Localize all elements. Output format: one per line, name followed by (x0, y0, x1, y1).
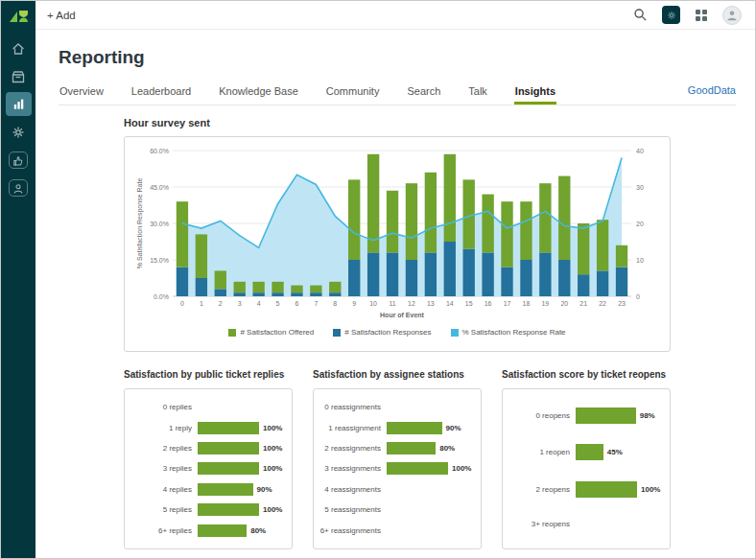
bar-row-label: 3 replies (130, 464, 192, 473)
person-icon (12, 182, 25, 196)
legend-label: # Satisfaction Offered (240, 328, 314, 337)
svg-text:17: 17 (504, 300, 511, 307)
legend-item[interactable]: # Satisfaction Responses (333, 328, 431, 337)
sidebar-item-profile[interactable] (1, 174, 35, 201)
bar-row: 3 reassignments100% (319, 462, 473, 475)
svg-text:0: 0 (636, 293, 640, 300)
bar-row: 2 replies100% (130, 442, 284, 454)
sidebar-item-settings[interactable] (1, 118, 35, 146)
tab-talk[interactable]: Talk (467, 81, 488, 105)
small-charts-row: Satisfaction by public ticket replies0 r… (124, 365, 671, 549)
bar-row-label: 1 reassignment (319, 424, 381, 432)
bar[interactable] (198, 462, 259, 475)
svg-text:30: 30 (636, 184, 644, 191)
main-chart-card: 0.0%15.0%30.0%45.0%60.0%0102030400123456… (124, 136, 671, 352)
svg-text:14: 14 (446, 300, 454, 307)
bar-row: 3 replies100% (130, 462, 284, 475)
sidebar-item-satisfaction[interactable] (1, 146, 35, 174)
svg-text:7: 7 (314, 300, 318, 307)
add-button[interactable]: + Add (47, 10, 76, 21)
avatar-person-icon (725, 9, 739, 22)
bar-row-label: 0 replies (130, 403, 192, 411)
sidebar-item-queue[interactable] (1, 62, 35, 90)
bar[interactable] (576, 481, 637, 498)
bar[interactable] (198, 483, 253, 496)
bar[interactable] (198, 524, 247, 537)
queue-icon (11, 69, 26, 84)
tab-leaderboard[interactable]: Leaderboard (130, 81, 192, 105)
svg-text:10: 10 (636, 257, 644, 264)
bar-row: 0 reopens98% (508, 408, 662, 424)
bar[interactable] (387, 462, 448, 475)
small-chart-title: Satisfaction by public ticket replies (124, 369, 293, 381)
svg-text:19: 19 (541, 300, 549, 307)
bar-row: 1 reopen45% (508, 444, 662, 460)
bar-track (198, 401, 284, 413)
app-window: + Add (0, 0, 756, 559)
bar-row-label: 4 reassignments (319, 485, 381, 494)
svg-text:0.0%: 0.0% (154, 293, 169, 300)
bar-row: 2 reassignments80% (319, 442, 473, 454)
bar-row-label: 6+ replies (130, 526, 192, 535)
legend-swatch (333, 329, 341, 337)
svg-text:8: 8 (333, 300, 337, 307)
bar-value-label: 100% (263, 464, 282, 473)
bar-track (387, 401, 473, 413)
apps-grid-button[interactable] (695, 9, 708, 22)
bar-track: 100% (198, 442, 284, 454)
small-chart-card: 0 replies1 reply100%2 replies100%3 repli… (124, 388, 293, 549)
apps-grid-icon (695, 9, 708, 22)
page-title: Reporting (59, 47, 736, 68)
sidebar-item-home[interactable] (1, 35, 35, 62)
bar-row: 5 reassignments (319, 503, 473, 516)
bar[interactable] (198, 422, 259, 434)
svg-text:3: 3 (238, 300, 242, 307)
small-chart-card: 0 reassignments1 reassignment90%2 reassi… (313, 388, 482, 549)
hour-survey-chart: 0.0%15.0%30.0%45.0%60.0%0102030400123456… (132, 143, 660, 327)
tab-insights[interactable]: Insights (514, 81, 556, 105)
svg-text:20: 20 (636, 221, 644, 227)
svg-text:1: 1 (200, 300, 203, 307)
small-chart-title: Satisfaction by assignee stations (313, 369, 482, 381)
svg-text:40: 40 (636, 148, 644, 154)
bar-row-label: 0 reassignments (319, 403, 381, 411)
svg-text:2: 2 (219, 300, 223, 307)
bar-row-label: 0 reopens (508, 411, 570, 420)
bar-track: 80% (198, 524, 284, 537)
legend-item[interactable]: % Satisfaction Response Rate (451, 328, 566, 337)
tab-knowledge-base[interactable]: Knowledge Base (218, 81, 299, 105)
bar-row: 1 reply100% (130, 422, 284, 434)
current-app-button[interactable] (662, 6, 680, 24)
home-icon (11, 41, 26, 57)
bar[interactable] (387, 442, 436, 454)
bar-row-label: 3 reassignments (319, 464, 381, 473)
bar-value-label: 90% (257, 485, 272, 494)
bar[interactable] (576, 444, 603, 460)
bar-row: 6+ reassignments (319, 524, 473, 537)
svg-text:60.0%: 60.0% (150, 148, 169, 154)
avatar[interactable] (722, 6, 742, 25)
bar-row-label: 1 reopen (508, 448, 570, 456)
bar-value-label: 45% (607, 448, 623, 456)
bar-row: 4 reassignments (319, 483, 473, 496)
legend-swatch (451, 329, 459, 337)
svg-text:20: 20 (560, 300, 568, 307)
legend-item[interactable]: # Satisfaction Offered (228, 328, 314, 337)
tab-search[interactable]: Search (406, 81, 441, 105)
tab-overview[interactable]: Overview (59, 81, 105, 105)
sidebar-item-reporting[interactable] (1, 90, 35, 118)
small-chart-title: Satisfaction score by ticket reopens (502, 369, 671, 381)
bar[interactable] (576, 408, 636, 424)
bar-track: 45% (576, 444, 662, 460)
bar[interactable] (198, 503, 259, 516)
bar-track: 100% (387, 462, 473, 475)
legend-label: # Satisfaction Responses (344, 328, 431, 337)
bar-value-label: 98% (640, 411, 655, 420)
bar-track (387, 524, 473, 537)
small-chart-card: 0 reopens98%1 reopen45%2 reopens100%3+ r… (502, 388, 671, 549)
bar[interactable] (387, 422, 442, 434)
search-button[interactable] (633, 8, 648, 22)
bar[interactable] (198, 442, 259, 454)
tab-community[interactable]: Community (325, 81, 381, 105)
gooddata-link[interactable]: GoodData (688, 84, 736, 105)
